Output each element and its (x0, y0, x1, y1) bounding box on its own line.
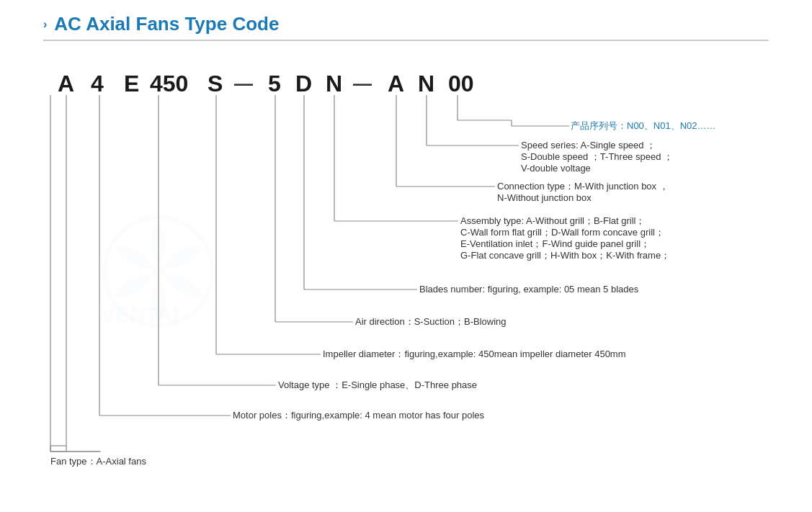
annotation-speed-line3: V-double voltage (521, 163, 591, 174)
annotation-assembly-line1: Assembly type: A-Without grill；B-Flat gr… (460, 215, 645, 226)
annotation-fan-type: Fan type：A-Axial fans (50, 456, 146, 467)
annotation-assembly-line2: C-Wall form flat grill；D-Wall form conca… (460, 227, 664, 238)
annotation-connection-line2: N-Without junction box (497, 192, 592, 203)
code-char-S: S (208, 71, 223, 96)
annotation-motor-poles: Motor poles：figuring,example: 4 mean mot… (233, 410, 485, 421)
code-char-A: A (58, 71, 74, 96)
title-chevron-icon: › (43, 18, 47, 31)
code-char-00: 00 (448, 71, 474, 96)
annotation-assembly-line4: G-Flat concave grill；H-With box；K-With f… (460, 250, 670, 261)
diagram-area: VENTAI A 4 E 450 S — 5 D N — A (43, 48, 769, 480)
type-code-diagram: A 4 E 450 S — 5 D N — A N 00 (43, 48, 769, 480)
code-char-N: N (326, 71, 342, 96)
annotation-assembly-line3: E-Ventilation inlet；F-Wind guide panel g… (460, 238, 650, 249)
code-char-E: E (124, 71, 139, 96)
code-char-5: 5 (268, 71, 281, 96)
title-divider (43, 40, 769, 41)
page-container: › AC Axial Fans Type Code (0, 0, 812, 495)
code-dash-2: — (353, 73, 372, 94)
page-title: AC Axial Fans Type Code (54, 13, 279, 35)
annotation-product-series: 产品序列号：N00、N01、N02…… (571, 120, 716, 131)
code-char-D: D (295, 71, 312, 96)
annotation-speed-line2: S-Double speed ；T-Three speed ； (521, 151, 673, 162)
code-char-N2: N (418, 71, 434, 96)
annotation-voltage: Voltage type ：E-Single phase、D-Three pha… (278, 379, 477, 390)
code-char-450: 450 (150, 71, 188, 96)
annotation-impeller: Impeller diameter：figuring,example: 450m… (323, 349, 626, 359)
annotation-blades: Blades number: figuring, example: 05 mea… (419, 284, 639, 295)
annotation-connection-line1: Connection type：M-With junction box ， (497, 181, 669, 192)
code-char-A2: A (388, 71, 404, 96)
annotation-air-direction: Air direction：S-Suction；B-Blowing (355, 316, 507, 327)
annotation-speed-line1: Speed series: A-Single speed ； (521, 140, 656, 151)
code-char-4: 4 (91, 71, 104, 96)
title-section: › AC Axial Fans Type Code (43, 13, 769, 35)
code-dash-1: — (234, 73, 253, 94)
